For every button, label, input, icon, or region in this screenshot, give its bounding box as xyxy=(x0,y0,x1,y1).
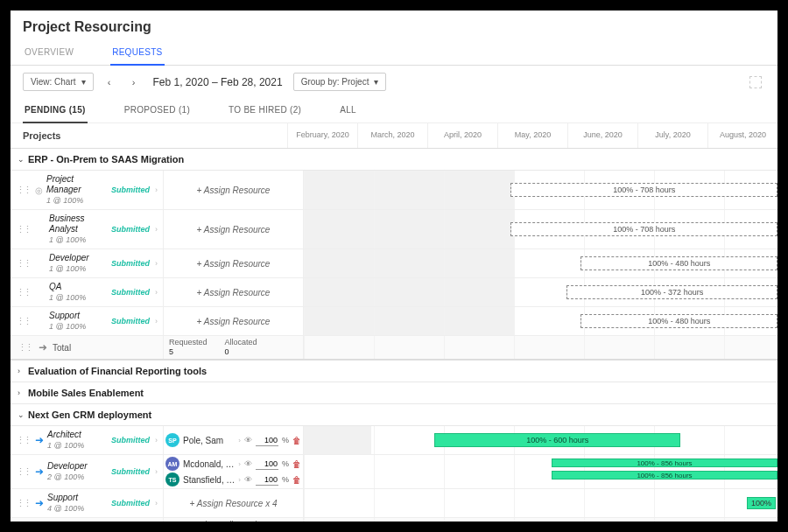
chevron-right-icon[interactable]: › xyxy=(153,499,159,508)
role-allocation: 1 @ 100% xyxy=(46,195,108,206)
timeline-header: February, 2020March, 2020April, 2020May,… xyxy=(287,123,777,148)
avatar: AM xyxy=(165,457,179,471)
assign-resource-label: + Assign Resource xyxy=(197,225,271,234)
status-badge: Submitted xyxy=(111,317,150,326)
chevron-right-icon: › xyxy=(238,476,241,484)
group-by-dropdown[interactable]: Group by: Project ▾ xyxy=(293,73,387,91)
assign-resource-cell[interactable]: + Assign Resource xyxy=(164,278,304,306)
percent-input[interactable] xyxy=(256,435,278,446)
status-badge: Submitted xyxy=(111,225,150,234)
total-row: ⋮⋮➜TotalRequested5Allocated0 xyxy=(11,336,777,360)
drag-handle-icon[interactable]: ⋮⋮ xyxy=(14,224,32,235)
chevron-right-icon[interactable]: › xyxy=(153,317,159,326)
header-row: Projects February, 2020March, 2020April,… xyxy=(11,123,777,149)
role-allocation: 1 @ 100% xyxy=(49,292,108,303)
allocation-bar[interactable]: 100% - 856 hours xyxy=(552,471,777,480)
arrow-right-icon: ➜ xyxy=(35,434,44,446)
allocation-bar[interactable]: 100% xyxy=(747,497,776,509)
allocated-value: 0 xyxy=(225,347,257,357)
chevron-right-icon[interactable]: › xyxy=(153,436,159,444)
gantt-cell: 100% - 708 hours xyxy=(304,210,777,248)
view-label: View: Chart xyxy=(31,77,76,87)
assign-resource-cell[interactable]: AMMcdonald, Alan›👁%🗑TSStansfield, Tho...… xyxy=(164,455,304,488)
requested-value: 5 xyxy=(169,347,208,357)
assign-resource-cell[interactable]: + Assign Resource xyxy=(164,307,304,335)
status-badge: Submitted xyxy=(111,259,150,268)
percent-symbol: % xyxy=(282,459,289,468)
drag-handle-icon[interactable]: ⋮⋮ xyxy=(14,316,32,327)
view-dropdown[interactable]: View: Chart ▾ xyxy=(23,73,94,91)
eye-icon[interactable]: 👁 xyxy=(244,436,252,444)
percent-input[interactable] xyxy=(256,474,278,486)
project-name: Mobile Sales Enablement xyxy=(28,388,144,398)
chevron-down-icon: ▾ xyxy=(81,77,86,87)
assign-resource-cell[interactable]: + Assign Resource xyxy=(164,249,304,277)
tab-requests[interactable]: REQUESTS xyxy=(110,40,164,66)
subtab-all[interactable]: ALL xyxy=(338,98,358,122)
month-header: May, 2020 xyxy=(497,123,567,148)
assigned-person: TSStansfield, Tho...›👁%🗑 xyxy=(165,472,301,486)
assign-resource-label: + Assign Resource xyxy=(197,288,271,298)
role-name: Developer xyxy=(47,461,108,472)
prev-period-button[interactable]: ‹ xyxy=(101,74,118,91)
allocation-bar[interactable]: 100% - 372 hours xyxy=(566,285,777,299)
chevron-right-icon[interactable]: › xyxy=(153,288,159,297)
chevron-right-icon[interactable]: › xyxy=(153,225,159,234)
assign-resource-cell[interactable]: + Assign Resource x 4 xyxy=(164,489,304,517)
tab-overview[interactable]: OVERVIEW xyxy=(23,40,75,65)
subtab-to-be-hired[interactable]: TO BE HIRED (2) xyxy=(227,98,303,122)
drag-handle-icon[interactable]: ⋮⋮ xyxy=(14,287,32,298)
drag-handle-icon[interactable]: ⋮⋮ xyxy=(14,258,32,270)
chevron-right-icon[interactable]: › xyxy=(153,467,159,476)
eye-icon[interactable]: 👁 xyxy=(244,459,252,468)
assign-resource-cell[interactable]: + Assign Resource xyxy=(164,171,304,209)
role-row: ⋮⋮➜Support4 @ 100%Submitted›+ Assign Res… xyxy=(11,489,777,518)
subtab-proposed[interactable]: PROPOSED (1) xyxy=(123,98,192,122)
project-group-row[interactable]: ⌄ERP - On-Prem to SAAS Migration xyxy=(11,149,777,171)
person-name[interactable]: Mcdonald, Alan xyxy=(183,459,235,469)
project-group-row[interactable]: ›Evaluation of Financial Reporting tools xyxy=(11,360,777,382)
total-row: ⋮⋮➜TotalRequested7Allocated3 xyxy=(11,518,777,522)
allocation-bar[interactable]: 100% - 708 hours xyxy=(510,222,777,236)
gantt-cell: 100% - 600 hours xyxy=(304,426,777,454)
role-allocation: 4 @ 100% xyxy=(47,503,108,514)
allocation-bar[interactable]: 100% - 480 hours xyxy=(580,256,777,270)
drag-handle-icon[interactable]: ⋮⋮ xyxy=(14,466,32,478)
percent-input[interactable] xyxy=(256,458,278,470)
drag-handle-icon[interactable]: ⋮⋮ xyxy=(14,498,32,509)
assign-resource-cell[interactable]: SPPole, Sam›👁%🗑 xyxy=(164,426,304,454)
person-name[interactable]: Stansfield, Tho... xyxy=(183,475,235,485)
arrow-right-icon: ➜ xyxy=(35,497,44,509)
role-allocation: 2 @ 100% xyxy=(47,472,108,482)
gantt-cell: 100% xyxy=(304,489,777,517)
drag-handle-icon[interactable]: ⋮⋮ xyxy=(14,435,32,446)
allocation-bar[interactable]: 100% - 600 hours xyxy=(434,433,680,447)
person-name[interactable]: Pole, Sam xyxy=(183,436,235,445)
next-period-button[interactable]: › xyxy=(125,74,143,91)
project-group-row[interactable]: ⌄Next Gen CRM deployment xyxy=(11,404,777,426)
allocation-bar[interactable]: 100% - 480 hours xyxy=(580,314,777,328)
role-row: ⋮⋮◎Project Manager1 @ 100%Submitted›+ As… xyxy=(11,171,777,210)
role-row: ⋮⋮➜Architect1 @ 100%Submitted›SPPole, Sa… xyxy=(11,426,777,455)
subtab-pending[interactable]: PENDING (15) xyxy=(23,98,88,123)
allocation-bar[interactable]: 100% - 708 hours xyxy=(510,183,777,197)
project-group-row[interactable]: ›Mobile Sales Enablement xyxy=(11,382,777,404)
eye-icon[interactable]: 👁 xyxy=(244,475,252,484)
projects-column-header: Projects xyxy=(11,123,287,148)
role-allocation: 1 @ 100% xyxy=(49,234,108,245)
delete-icon[interactable]: 🗑 xyxy=(292,459,301,469)
delete-icon[interactable]: 🗑 xyxy=(292,436,301,445)
chevron-right-icon: › xyxy=(238,437,241,444)
percent-symbol: % xyxy=(282,436,289,444)
month-header: June, 2020 xyxy=(567,123,637,148)
assign-resource-cell[interactable]: + Assign Resource xyxy=(164,210,304,248)
drag-handle-icon[interactable]: ⋮⋮ xyxy=(16,342,33,354)
delete-icon[interactable]: 🗑 xyxy=(292,475,301,485)
target-icon[interactable] xyxy=(749,76,762,88)
requested-label: Requested xyxy=(169,520,208,522)
chevron-right-icon[interactable]: › xyxy=(153,259,159,268)
status-badge: Submitted xyxy=(111,467,150,476)
chevron-right-icon[interactable]: › xyxy=(153,186,159,194)
allocation-bar[interactable]: 100% - 856 hours xyxy=(552,458,777,467)
drag-handle-icon[interactable]: ⋮⋮ xyxy=(14,185,32,196)
